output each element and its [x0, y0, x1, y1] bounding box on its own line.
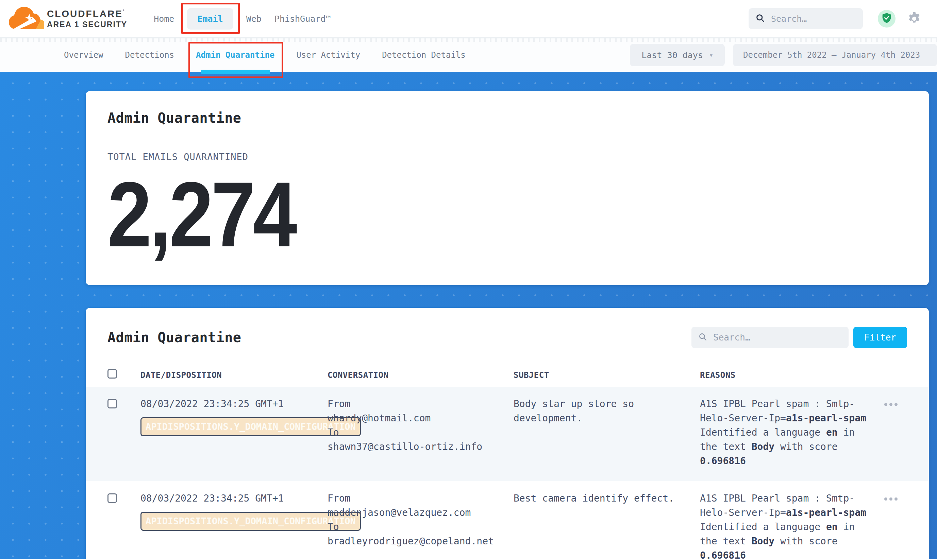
period-dropdown[interactable]: Last 30 days ▾ [630, 44, 725, 66]
brand-subtitle: AREA 1 SECURITY [47, 20, 127, 29]
tab-detection-details[interactable]: Detection Details [382, 38, 466, 72]
app-screen: CLOUDFLARE’ AREA 1 SECURITY Home Email W… [0, 0, 937, 560]
from-email: maddenjason@velazquez.com [327, 506, 514, 520]
to-label: To [327, 520, 514, 534]
select-all-checkbox[interactable] [108, 369, 117, 378]
to-label: To [327, 425, 514, 440]
search-icon [698, 332, 707, 343]
navbar-right [749, 8, 929, 29]
row-date: 08/03/2022 23:34:25 GMT+1 [140, 491, 327, 506]
date-disposition-cell: 08/03/2022 23:34:25 GMT+1 APIDISPOSITION… [140, 491, 327, 531]
summary-card: Admin Quarantine TOTAL EMAILS QUARANTINE… [86, 91, 929, 285]
table-search-input[interactable] [713, 332, 842, 343]
table-search-box [692, 327, 849, 348]
page-content: Admin Quarantine TOTAL EMAILS QUARANTINE… [0, 72, 937, 559]
security-status-badge[interactable] [878, 10, 895, 28]
nav-item-phishguard[interactable]: PhishGuard™ [275, 14, 331, 24]
date-disposition-cell: 08/03/2022 23:34:25 GMT+1 APIDISPOSITION… [140, 397, 327, 436]
table-card-header: Admin Quarantine Filter [86, 308, 929, 348]
secondary-nav: Overview Detections Admin Quarantine Use… [0, 38, 937, 72]
nav-item-email[interactable]: Email [187, 8, 233, 29]
to-email: bradleyrodriguez@copeland.net [327, 534, 514, 548]
from-label: From [327, 491, 514, 506]
metric-label: TOTAL EMAILS QUARANTINED [108, 152, 929, 162]
global-search-box [749, 8, 863, 29]
primary-nav: Home Email Web PhishGuard™ [154, 8, 330, 29]
page-title: Admin Quarantine [108, 110, 929, 126]
date-range-picker[interactable]: December 5th 2022 — January 4th 2023 [733, 44, 937, 66]
column-header-conversation: CONVERSATION [327, 371, 514, 380]
row-actions-button[interactable] [883, 496, 899, 502]
quarantine-table-card: Admin Quarantine Filter DATE/DISPOSITION… [86, 308, 929, 559]
column-header-date: DATE/DISPOSITION [140, 371, 327, 380]
table-title: Admin Quarantine [108, 329, 241, 345]
subnav-right: Last 30 days ▾ December 5th 2022 — Janua… [630, 38, 937, 72]
subject-cell: Body star up store so development. [514, 397, 697, 425]
filter-button[interactable]: Filter [853, 327, 907, 348]
chevron-down-icon: ▾ [709, 51, 713, 59]
column-header-subject: SUBJECT [514, 371, 700, 380]
row-checkbox[interactable] [108, 494, 117, 503]
settings-gear-icon[interactable] [906, 11, 922, 26]
row-checkbox[interactable] [108, 399, 117, 408]
row-actions-button[interactable] [883, 402, 899, 408]
nav-item-email-wrap: Email [187, 8, 233, 29]
table-row[interactable]: 08/03/2022 23:34:25 GMT+1 APIDISPOSITION… [86, 481, 929, 559]
brand-name: CLOUDFLARE’ [47, 9, 127, 19]
reasons-cell: A1S IPBL Pearl spam : Smtp-Helo-Server-I… [700, 397, 872, 468]
cloudflare-cloud-icon [8, 5, 44, 32]
shield-check-icon [881, 12, 892, 25]
ellipsis-icon [884, 497, 888, 500]
reasons-cell: A1S IPBL Pearl spam : Smtp-Helo-Server-I… [700, 491, 872, 559]
tab-overview[interactable]: Overview [64, 38, 103, 72]
subject-cell: Best camera identify effect. [514, 491, 697, 506]
tab-detections[interactable]: Detections [125, 38, 174, 72]
top-navbar: CLOUDFLARE’ AREA 1 SECURITY Home Email W… [0, 0, 937, 38]
from-label: From [327, 397, 514, 411]
table-row[interactable]: 08/03/2022 23:34:25 GMT+1 APIDISPOSITION… [86, 387, 929, 481]
ellipsis-icon [884, 403, 888, 406]
nav-item-web[interactable]: Web [246, 14, 262, 24]
table-header-row: DATE/DISPOSITION CONVERSATION SUBJECT RE… [86, 348, 929, 387]
brand-wordmark: CLOUDFLARE’ AREA 1 SECURITY [47, 9, 127, 29]
nav-item-home[interactable]: Home [154, 14, 174, 24]
search-icon [755, 13, 765, 24]
metric-value: 2,274 [108, 168, 295, 261]
conversation-cell: From maddenjason@velazquez.com To bradle… [327, 491, 514, 548]
active-tab-underline [201, 70, 270, 74]
tab-admin-quarantine[interactable]: Admin Quarantine [196, 38, 275, 72]
conversation-cell: From whardy@hotmail.com To shawn37@casti… [327, 397, 514, 454]
section-tabs: Overview Detections Admin Quarantine Use… [64, 38, 466, 72]
cloudflare-logo[interactable]: CLOUDFLARE’ AREA 1 SECURITY [8, 5, 127, 32]
column-header-reasons: REASONS [700, 371, 872, 380]
tab-user-activity[interactable]: User Activity [296, 38, 360, 72]
to-email: shawn37@castillo-ortiz.info [327, 440, 514, 454]
row-date: 08/03/2022 23:34:25 GMT+1 [140, 397, 327, 411]
global-search-input[interactable] [770, 14, 856, 24]
table-rows: 08/03/2022 23:34:25 GMT+1 APIDISPOSITION… [86, 387, 929, 559]
from-email: whardy@hotmail.com [327, 411, 514, 425]
